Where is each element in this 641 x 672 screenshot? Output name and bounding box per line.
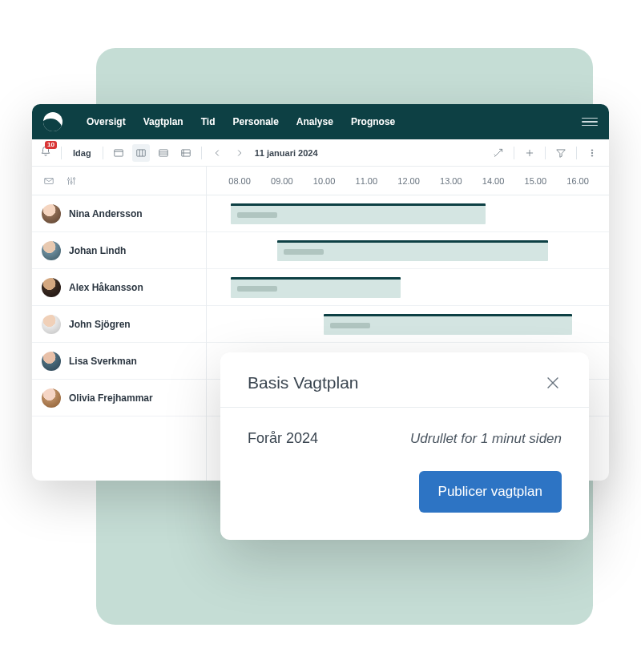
svg-point-14 [591, 149, 592, 150]
divider [514, 147, 514, 159]
modal-header: Basis Vagtplan [220, 352, 589, 408]
divider [576, 147, 577, 159]
svg-point-21 [67, 179, 69, 180]
shift-label-placeholder [284, 249, 324, 255]
modal-body: Forår 2024 Udrullet for 1 minut siden [220, 408, 589, 457]
nav-personale[interactable]: Personale [224, 111, 286, 132]
employee-row[interactable]: John Sjögren [32, 306, 206, 343]
main-nav: Oversigt Vagtplan Tid Personale Analyse … [79, 111, 575, 132]
svg-point-15 [591, 152, 592, 153]
notifications-button[interactable]: 10 [40, 146, 54, 160]
divider [545, 147, 546, 159]
employee-column: Nina Andersson Johan Lindh Alex Håkansso… [32, 167, 207, 481]
shift-label-placeholder [330, 323, 370, 328]
avatar [42, 278, 61, 297]
employee-row[interactable]: Nina Andersson [32, 195, 206, 232]
employee-name: Lisa Sverkman [69, 356, 137, 367]
filter-icon [555, 147, 566, 159]
avatar [42, 388, 61, 408]
employee-name: Olivia Frejhammar [69, 392, 153, 404]
svg-marker-13 [557, 149, 566, 156]
plan-season: Forår 2024 [248, 430, 318, 447]
gantt-row[interactable] [207, 195, 609, 232]
add-button[interactable] [521, 144, 538, 162]
more-vertical-icon [587, 147, 598, 159]
divider [201, 147, 202, 159]
nav-tid[interactable]: Tid [193, 111, 224, 132]
time-label: 13.00 [440, 176, 482, 186]
gantt-row[interactable] [207, 306, 609, 343]
svg-rect-17 [45, 178, 54, 183]
employee-column-header [32, 167, 206, 195]
avatar [42, 241, 61, 260]
shift-label-placeholder [237, 212, 277, 218]
filter-button[interactable] [552, 144, 570, 162]
time-label: 09.00 [271, 176, 313, 186]
time-label: 11.00 [356, 176, 398, 186]
nav-analyse[interactable]: Analyse [288, 111, 341, 132]
brand-logo[interactable] [43, 112, 62, 131]
time-label: 08.00 [228, 176, 271, 186]
employee-row[interactable]: Olivia Frejhammar [32, 380, 206, 416]
view-week-icon[interactable] [132, 144, 150, 162]
employee-name: Johan Lindh [69, 245, 126, 256]
plan-status: Udrullet for 1 minut siden [410, 431, 562, 447]
chevron-right-icon [234, 147, 245, 159]
divider [61, 147, 62, 159]
employee-row[interactable]: Johan Lindh [32, 232, 206, 269]
view-month-icon[interactable] [155, 144, 172, 162]
prev-button[interactable] [208, 144, 226, 162]
employee-row[interactable]: Alex Håkansson [32, 269, 206, 306]
time-label: 16.00 [566, 176, 609, 186]
shift-bar[interactable] [324, 314, 572, 335]
publish-button[interactable]: Publicer vagtplan [419, 471, 562, 513]
shift-bar[interactable] [231, 203, 486, 224]
plus-icon [524, 147, 535, 159]
svg-rect-2 [136, 149, 145, 155]
employee-name: John Sjögren [69, 319, 131, 330]
avatar [42, 315, 61, 334]
employee-row[interactable]: Lisa Sverkman [32, 343, 206, 380]
svg-point-23 [73, 177, 75, 179]
svg-point-22 [71, 181, 72, 183]
time-label: 12.00 [397, 176, 440, 186]
gantt-row[interactable] [207, 269, 609, 306]
view-list-icon[interactable] [177, 144, 195, 162]
nav-vagtplan[interactable]: Vagtplan [135, 111, 191, 132]
divider [103, 147, 103, 159]
publish-modal: Basis Vagtplan Forår 2024 Udrullet for 1… [220, 352, 589, 540]
svg-rect-0 [114, 149, 123, 155]
today-button[interactable]: Idag [68, 146, 96, 160]
avatar [42, 352, 61, 371]
menu-icon[interactable] [582, 118, 598, 127]
svg-point-16 [591, 155, 592, 155]
notification-badge: 10 [45, 141, 57, 149]
next-button[interactable] [231, 144, 248, 162]
employee-name: Alex Håkansson [69, 282, 143, 293]
chevron-left-icon [212, 147, 223, 159]
shift-label-placeholder [237, 286, 277, 292]
svg-rect-5 [159, 149, 167, 155]
close-button[interactable] [544, 374, 562, 392]
wand-icon[interactable] [490, 144, 507, 162]
nav-oversigt[interactable]: Oversigt [79, 111, 134, 132]
view-day-icon[interactable] [110, 144, 127, 162]
close-icon [544, 374, 562, 392]
time-label: 10.00 [313, 176, 356, 186]
nav-prognose[interactable]: Prognose [343, 111, 403, 132]
time-label: 14.00 [482, 176, 525, 186]
more-button[interactable] [583, 144, 601, 162]
top-navbar: Oversigt Vagtplan Tid Personale Analyse … [32, 104, 609, 139]
employee-name: Nina Andersson [69, 208, 143, 219]
shift-bar[interactable] [231, 277, 401, 298]
mail-icon[interactable] [43, 175, 54, 187]
current-date-label: 11 januari 2024 [255, 148, 318, 158]
time-label: 15.00 [525, 176, 567, 186]
modal-footer: Publicer vagtplan [220, 457, 589, 540]
sliders-icon[interactable] [66, 175, 77, 187]
toolbar: 10 Idag 11 januari 2024 [32, 139, 609, 167]
shift-bar[interactable] [277, 240, 548, 261]
gantt-row[interactable] [207, 232, 609, 269]
modal-title: Basis Vagtplan [248, 373, 359, 392]
avatar [42, 204, 61, 223]
